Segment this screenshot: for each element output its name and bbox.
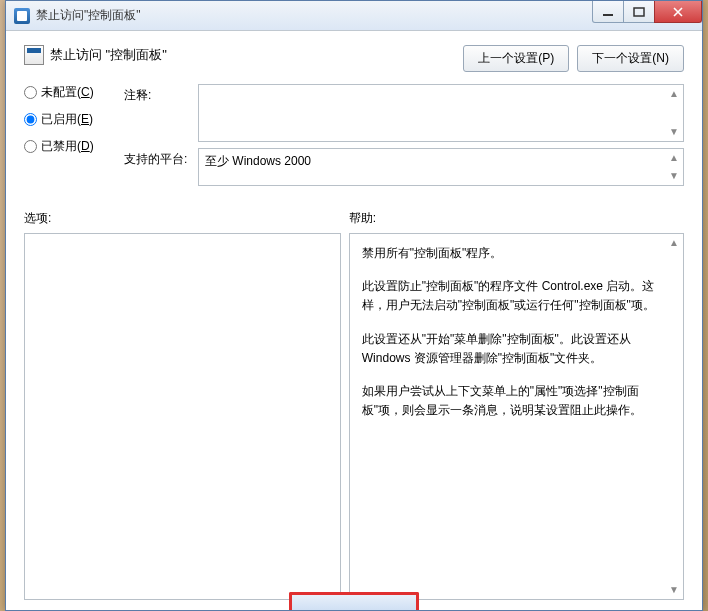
config-row: 未配置(C) 已启用(E) 已禁用(D) 注释: ▲ ▼ [24,84,684,186]
options-panel[interactable] [24,233,341,600]
panels-row: 禁用所有"控制面板"程序。 此设置防止"控制面板"的程序文件 Control.e… [24,233,684,600]
radio-enabled-label: 已启用(E) [41,111,93,128]
options-label: 选项: [24,210,341,227]
next-setting-label: 下一个设置(N) [592,51,669,65]
scroll-down-icon[interactable]: ▼ [667,125,681,139]
previous-setting-button[interactable]: 上一个设置(P) [463,45,569,72]
minimize-button[interactable] [592,1,624,23]
header-row: 禁止访问 "控制面板" 上一个设置(P) 下一个设置(N) [24,45,684,72]
window-title: 禁止访问"控制面板" [36,7,141,24]
dialog-window: 禁止访问"控制面板" 禁止访问 "控制面板" 上一个设置(P) 下一个设置(N) [5,0,703,611]
policy-title: 禁止访问 "控制面板" [50,46,167,64]
comment-row: 注释: ▲ ▼ [124,84,684,142]
platform-box: 至少 Windows 2000 ▲ ▼ [198,148,684,186]
svg-rect-0 [603,14,613,16]
policy-icon [24,45,44,65]
help-paragraph: 此设置还从"开始"菜单删除"控制面板"。此设置还从 Windows 资源管理器删… [362,330,663,368]
radio-not-configured-label: 未配置(C) [41,84,94,101]
previous-setting-label: 上一个设置(P) [478,51,554,65]
radio-disabled-label: 已禁用(D) [41,138,94,155]
comment-label: 注释: [124,84,188,142]
state-radio-group: 未配置(C) 已启用(E) 已禁用(D) [24,84,108,155]
maximize-icon [633,7,645,17]
window-controls [593,1,702,23]
scroll-down-icon[interactable]: ▼ [667,169,681,183]
radio-not-configured[interactable]: 未配置(C) [24,84,108,101]
radio-enabled-input[interactable] [24,113,37,126]
platform-value: 至少 Windows 2000 [205,154,311,168]
next-setting-button[interactable]: 下一个设置(N) [577,45,684,72]
radio-enabled[interactable]: 已启用(E) [24,111,108,128]
panel-labels: 选项: 帮助: [24,210,684,227]
comment-textarea[interactable]: ▲ ▼ [198,84,684,142]
nav-buttons: 上一个设置(P) 下一个设置(N) [463,45,684,72]
close-icon [672,7,684,17]
highlighted-ok-button[interactable] [289,592,419,610]
fields-column: 注释: ▲ ▼ 支持的平台: 至少 Windows 2000 ▲ ▼ [124,84,684,186]
close-button[interactable] [654,1,702,23]
help-paragraph: 禁用所有"控制面板"程序。 [362,244,663,263]
platform-row: 支持的平台: 至少 Windows 2000 ▲ ▼ [124,148,684,186]
maximize-button[interactable] [623,1,655,23]
help-panel[interactable]: 禁用所有"控制面板"程序。 此设置防止"控制面板"的程序文件 Control.e… [349,233,684,600]
platform-label: 支持的平台: [124,148,188,186]
help-label: 帮助: [341,210,684,227]
app-icon [14,8,30,24]
scroll-up-icon[interactable]: ▲ [667,236,681,250]
svg-rect-1 [634,8,644,16]
scroll-down-icon[interactable]: ▼ [667,583,681,597]
help-paragraph: 如果用户尝试从上下文菜单上的"属性"项选择"控制面板"项，则会显示一条消息，说明… [362,382,663,420]
radio-disabled-input[interactable] [24,140,37,153]
dialog-content: 禁止访问 "控制面板" 上一个设置(P) 下一个设置(N) 未配置(C) 已启用… [6,31,702,610]
radio-disabled[interactable]: 已禁用(D) [24,138,108,155]
help-paragraph: 此设置防止"控制面板"的程序文件 Control.exe 启动。这样，用户无法启… [362,277,663,315]
header-left: 禁止访问 "控制面板" [24,45,167,65]
minimize-icon [602,7,614,17]
scroll-up-icon[interactable]: ▲ [667,151,681,165]
titlebar[interactable]: 禁止访问"控制面板" [6,1,702,31]
radio-not-configured-input[interactable] [24,86,37,99]
scroll-up-icon[interactable]: ▲ [667,87,681,101]
